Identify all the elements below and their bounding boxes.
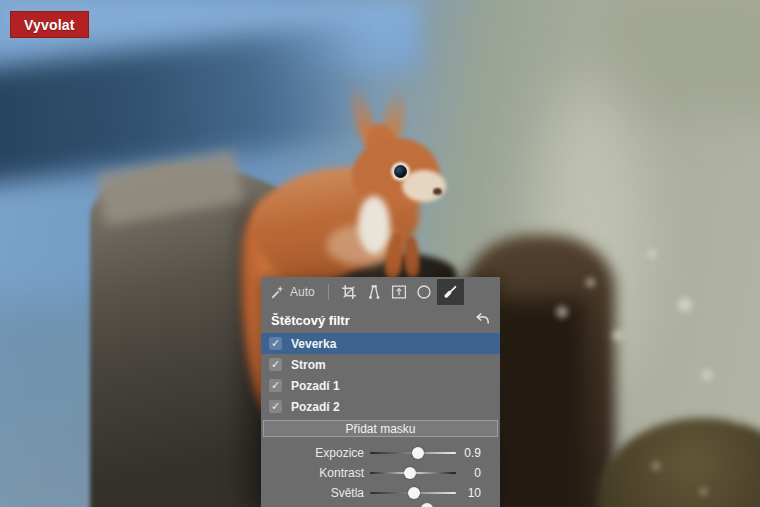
- bokeh-dot: [678, 298, 692, 312]
- squirrel-chest: [358, 196, 390, 254]
- auto-button[interactable]: Auto: [266, 279, 318, 305]
- checkbox-checked[interactable]: ✓: [269, 400, 282, 413]
- crop-tool-button[interactable]: [337, 279, 362, 305]
- tools-toolbar: Auto: [261, 277, 500, 307]
- brush-filter-panel: Auto: [261, 277, 500, 507]
- bokeh-dot: [556, 306, 568, 318]
- gradient-filter-icon: [366, 284, 382, 300]
- checkbox-checked[interactable]: ✓: [269, 379, 282, 392]
- mask-row-veverka[interactable]: ✓ Veverka: [261, 333, 500, 354]
- mask-label: Veverka: [291, 337, 336, 351]
- slider-handle[interactable]: [408, 487, 420, 499]
- photo-right-trunk-shadow: [495, 300, 585, 507]
- mask-label: Pozadí 1: [291, 379, 340, 393]
- auto-label: Auto: [290, 285, 315, 299]
- slider-label: Světla: [261, 486, 370, 500]
- slider-value: 0: [456, 466, 481, 480]
- check-icon: ✓: [271, 359, 280, 370]
- radial-filter-icon: [416, 284, 432, 300]
- slider-track[interactable]: [370, 463, 456, 483]
- check-icon: ✓: [271, 380, 280, 391]
- squirrel-eye: [394, 165, 407, 178]
- mask-label: Pozadí 2: [291, 400, 340, 414]
- bokeh-dot: [648, 250, 656, 258]
- mask-list: ✓ Veverka ✓ Strom ✓ Pozadí 1 ✓ Pozadí 2: [261, 333, 500, 417]
- slider-track[interactable]: [370, 483, 456, 503]
- slider-handle[interactable]: [412, 447, 424, 459]
- slider-value: 10: [456, 486, 481, 500]
- check-icon: ✓: [271, 401, 280, 412]
- mask-label: Strom: [291, 358, 326, 372]
- slider-kontrast: Kontrast 0: [261, 463, 500, 483]
- photo-right-background: [600, 0, 760, 120]
- mask-row-strom[interactable]: ✓ Strom: [261, 354, 500, 375]
- photo-moss-mound: [598, 418, 760, 507]
- slider-label: Expozice: [261, 446, 370, 460]
- slider-svetla: Světla 10: [261, 483, 500, 503]
- slider-label: Kontrast: [261, 466, 370, 480]
- next-slider-handle-partial[interactable]: [421, 503, 433, 507]
- brush-filter-tool-button[interactable]: [437, 279, 464, 305]
- develop-module-button[interactable]: Vyvolat: [10, 11, 89, 38]
- panel-header: Štětcový filtr: [261, 307, 500, 333]
- crop-icon: [341, 284, 357, 300]
- toolbar-separator: [328, 284, 329, 300]
- mask-row-pozadi-2[interactable]: ✓ Pozadí 2: [261, 396, 500, 417]
- bokeh-dot: [612, 330, 623, 341]
- slider-expozice: Expozice 0.9: [261, 443, 500, 463]
- squirrel-nose: [433, 188, 442, 195]
- radial-filter-tool-button[interactable]: [412, 279, 437, 305]
- checkbox-checked[interactable]: ✓: [269, 358, 282, 371]
- slider-handle[interactable]: [404, 467, 416, 479]
- magic-wand-icon: [269, 285, 285, 300]
- app-window: Vyvolat Auto: [0, 0, 760, 507]
- frame-arrow-icon: [391, 284, 407, 300]
- mask-row-pozadi-1[interactable]: ✓ Pozadí 1: [261, 375, 500, 396]
- sliders-section: Expozice 0.9 Kontrast 0 Světla: [261, 443, 500, 503]
- undo-arrow-icon: [475, 312, 490, 328]
- add-mask-button[interactable]: Přidat masku: [263, 420, 498, 437]
- frame-arrow-tool-button[interactable]: [387, 279, 412, 305]
- panel-title: Štětcový filtr: [271, 313, 475, 328]
- undo-button[interactable]: [475, 312, 490, 328]
- gradient-filter-tool-button[interactable]: [362, 279, 387, 305]
- bokeh-dot: [702, 370, 712, 380]
- bokeh-dot: [586, 278, 595, 287]
- slider-value: 0.9: [456, 446, 481, 460]
- bokeh-dot: [652, 462, 660, 470]
- checkbox-checked[interactable]: ✓: [269, 337, 282, 350]
- brush-icon: [442, 284, 458, 300]
- bokeh-dot: [700, 488, 707, 495]
- slider-track[interactable]: [370, 443, 456, 463]
- check-icon: ✓: [271, 338, 280, 349]
